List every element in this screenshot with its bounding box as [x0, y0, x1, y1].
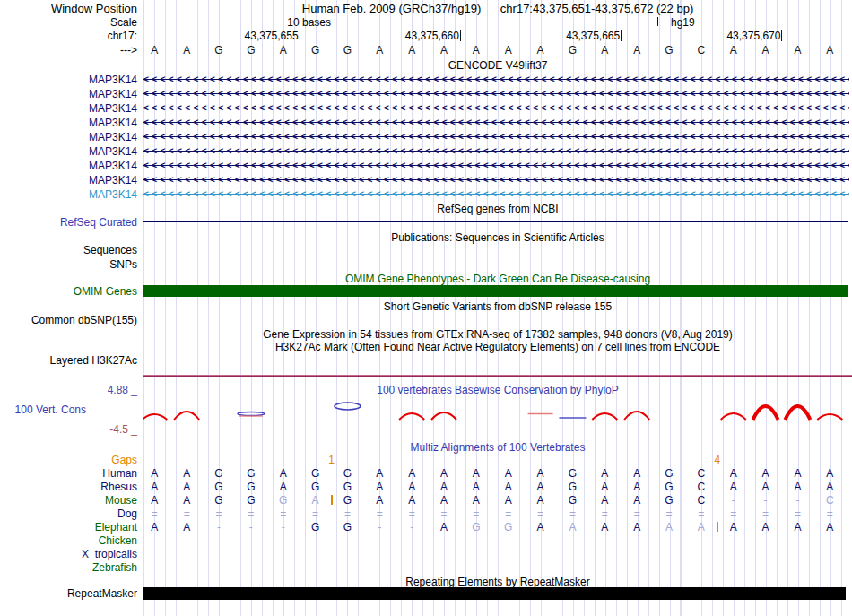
aligned-base: A [396, 467, 428, 480]
omim-gene-bar[interactable] [143, 285, 848, 297]
aligned-base: A [621, 521, 653, 534]
omim-title: OMIM Gene Phenotypes - Dark Green Can Be… [0, 273, 852, 285]
phylop-lens-col7 [335, 403, 361, 410]
aligned-base: A [750, 521, 782, 534]
transcript-map3k14[interactable]: <<<<<<<<<<<<<<<<<<<<<<<<<<<<<<<<<<<<<<<<… [143, 88, 849, 100]
aligned-base: A [781, 467, 813, 480]
species-label[interactable]: Chicken [0, 534, 137, 547]
scale-label[interactable]: Scale [0, 16, 137, 29]
refseq-curated-label[interactable]: RefSeq Curated [0, 216, 137, 229]
transcript-label[interactable]: MAP3K14 [0, 160, 137, 172]
coordinate-label: 43,375,660 [383, 30, 459, 42]
species-label[interactable]: Zebrafish [0, 561, 137, 574]
aligned-base: A [813, 521, 846, 534]
transcript-map3k14[interactable]: <<<<<<<<<<<<<<<<<<<<<<<<<<<<<<<<<<<<<<<<… [143, 188, 849, 200]
transcript-label[interactable]: MAP3K14 [0, 88, 137, 100]
transcript-map3k14[interactable]: <<<<<<<<<<<<<<<<<<<<<<<<<<<<<<<<<<<<<<<<… [143, 160, 849, 171]
transcript-label[interactable]: MAP3K14 [0, 131, 137, 143]
transcript-label[interactable]: MAP3K14 [0, 174, 137, 187]
refseq-gene-line[interactable] [143, 221, 848, 222]
common-dbsnp-label[interactable]: Common dbSNP(155) [0, 314, 137, 326]
species-label[interactable]: Mouse [0, 494, 137, 507]
aligned-base: A [428, 467, 460, 480]
aligned-base: A [621, 494, 653, 507]
repeatmasker-label[interactable]: RepeatMasker [0, 587, 137, 600]
aligned-base: = [685, 508, 717, 520]
phylop-max-value: 4.88 _ [0, 384, 137, 396]
transcript-row: MAP3K14<<<<<<<<<<<<<<<<<<<<<<<<<<<<<<<<<… [0, 74, 852, 86]
aligned-base: = [331, 508, 363, 520]
scale-row: Scale 10 bases hg19 [0, 16, 852, 29]
alignment-row-zebrafish[interactable]: Zebrafish [0, 561, 852, 574]
omim-genes-label[interactable]: OMIM Genes [0, 285, 137, 298]
alignment-row-x_tropicalis[interactable]: X_tropicalis [0, 548, 852, 560]
refseq-title: RefSeq genes from NCBI [0, 203, 852, 215]
aligned-base: G [300, 481, 332, 493]
gaps-label[interactable]: Gaps [0, 454, 137, 466]
base-letter: A [267, 44, 300, 56]
aligned-base: A [717, 467, 750, 480]
species-label[interactable]: Human [0, 467, 137, 480]
phylop-arc-col16 [624, 412, 649, 420]
alignment-row-rhesus[interactable]: RhesusAAGGAGGAAAAAAGAAGCAAAA [0, 481, 852, 493]
aligned-base: G [556, 481, 588, 493]
phylop-title: 100 vertebrates Basewise Conservation by… [143, 384, 852, 396]
species-label[interactable]: X_tropicalis [0, 548, 137, 560]
aligned-base: A [460, 467, 492, 480]
aligned-base: C [685, 494, 717, 507]
aligned-base: = [396, 508, 428, 520]
alignment-row-chicken[interactable]: Chicken [0, 534, 852, 547]
transcript-map3k14[interactable]: <<<<<<<<<<<<<<<<<<<<<<<<<<<<<<<<<<<<<<<<… [143, 131, 849, 143]
aligned-base: - [717, 494, 750, 507]
phylop-conservation-plot[interactable] [143, 398, 852, 425]
base-letter: A [525, 44, 557, 56]
vert-cons-label[interactable]: 100 Vert. Cons [0, 403, 86, 416]
h3k27ac-signal-line[interactable] [143, 375, 852, 377]
transcript-row: MAP3K14<<<<<<<<<<<<<<<<<<<<<<<<<<<<<<<<<… [0, 145, 852, 158]
gtex-title: Gene Expression in 54 tissues from GTEx … [0, 328, 852, 341]
repeatmasker-title: Repeating Elements by RepeatMasker [0, 576, 852, 588]
aligned-base: A [492, 467, 525, 480]
alignment-row-elephant[interactable]: ElephantAA---GG--AGGAAAAAAAAAA [0, 521, 852, 534]
alignment-row-mouse[interactable]: MouseAAGGGAGAAAAAAGAAGC---C [0, 494, 852, 507]
dna-sequence[interactable]: AAGGAGGAAAAAAGAAGCAAAA [143, 44, 852, 56]
aligned-base: = [813, 508, 846, 520]
aligned-base: G [653, 494, 685, 507]
transcript-map3k14[interactable]: <<<<<<<<<<<<<<<<<<<<<<<<<<<<<<<<<<<<<<<<… [143, 117, 849, 128]
aligned-base: G [235, 481, 267, 493]
aligned-base: - [203, 521, 235, 534]
sequences-label[interactable]: Sequences [0, 244, 137, 256]
strand-arrows: <<<<<<<<<<<<<<<<<<<<<<<<<<<<<<<<<<<<<<<<… [143, 131, 849, 143]
transcript-map3k14[interactable]: <<<<<<<<<<<<<<<<<<<<<<<<<<<<<<<<<<<<<<<<… [143, 102, 849, 114]
transcript-label[interactable]: MAP3K14 [0, 145, 137, 158]
transcript-map3k14[interactable]: <<<<<<<<<<<<<<<<<<<<<<<<<<<<<<<<<<<<<<<<… [143, 145, 849, 157]
transcript-label[interactable]: MAP3K14 [0, 117, 137, 129]
aligned-base: C [685, 481, 717, 493]
coordinate-label: 43,375,665 [543, 30, 620, 42]
layered-h3k27ac-label[interactable]: Layered H3K27Ac [0, 354, 137, 367]
aligned-base: G [331, 467, 363, 480]
transcript-label[interactable]: MAP3K14 [0, 102, 137, 115]
species-label[interactable]: Elephant [0, 521, 137, 534]
alignment-row-dog[interactable]: Dog====================== [0, 508, 852, 520]
species-label[interactable]: Dog [0, 508, 137, 520]
aligned-base: = [781, 508, 813, 520]
base-letter: G [300, 44, 332, 56]
transcript-label[interactable]: MAP3K14 [0, 188, 137, 201]
alignment-row-human[interactable]: HumanAAGGAGGAAAAAAGAAGCAAAA [0, 467, 852, 480]
coordinate-tick [621, 30, 622, 41]
species-label[interactable]: Rhesus [0, 481, 137, 493]
aligned-base: - [363, 521, 396, 534]
assembly-title: Human Feb. 2009 (GRCh37/hg19) [302, 2, 481, 15]
strand-arrows: <<<<<<<<<<<<<<<<<<<<<<<<<<<<<<<<<<<<<<<<… [143, 102, 849, 114]
transcript-label[interactable]: MAP3K14 [0, 74, 137, 86]
phylop-arc-col22 [817, 414, 842, 420]
window-position-label[interactable]: Window Position [0, 3, 137, 15]
transcript-map3k14[interactable]: <<<<<<<<<<<<<<<<<<<<<<<<<<<<<<<<<<<<<<<<… [143, 174, 849, 186]
aligned-base: A [588, 521, 621, 534]
snps-label[interactable]: SNPs [0, 258, 137, 271]
aligned-base: A [396, 494, 428, 507]
aligned-base: = [525, 508, 557, 520]
transcript-map3k14[interactable]: <<<<<<<<<<<<<<<<<<<<<<<<<<<<<<<<<<<<<<<<… [143, 74, 849, 85]
repeatmasker-bar[interactable] [143, 587, 846, 600]
